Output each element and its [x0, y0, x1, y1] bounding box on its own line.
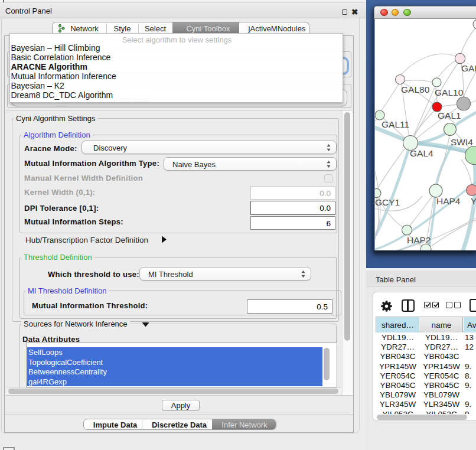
- svg-text:GCY1: GCY1: [375, 197, 400, 207]
- svg-text:GAL1: GAL1: [438, 110, 461, 120]
- svg-text:HAP2: HAP2: [407, 235, 431, 245]
- svg-text:GAL11: GAL11: [382, 119, 409, 129]
- svg-text:GAL7: GAL7: [461, 63, 476, 73]
- svg-text:SWI4: SWI4: [451, 137, 473, 147]
- svg-text:GAL10: GAL10: [435, 87, 464, 97]
- svg-text:HAP4: HAP4: [436, 196, 461, 206]
- svg-text:GAL4: GAL4: [410, 148, 433, 158]
- svg-text:GAL80: GAL80: [401, 84, 430, 94]
- svg-text:YJL: YJL: [471, 196, 476, 206]
